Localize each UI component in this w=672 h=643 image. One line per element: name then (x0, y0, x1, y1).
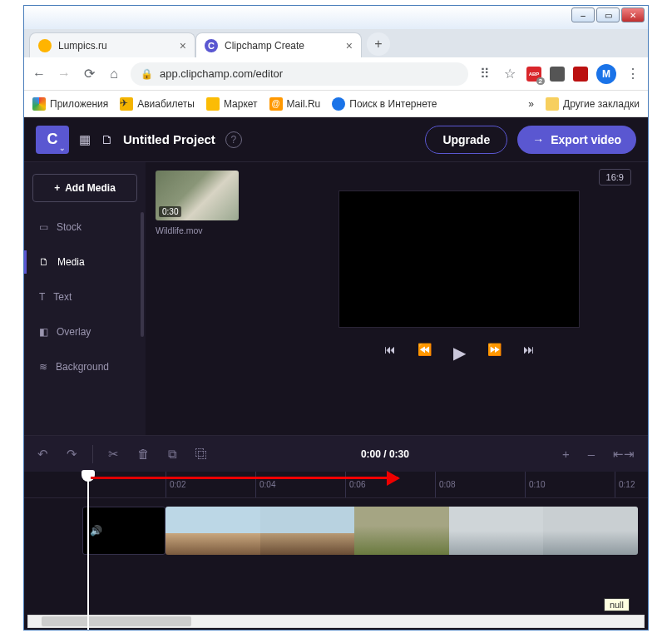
video-preview[interactable] (338, 190, 580, 328)
other-bookmarks[interactable]: Другие закладки (546, 97, 640, 111)
bookmark-item[interactable]: @Mail.Ru (269, 97, 321, 111)
bookmark-item[interactable]: ✈Авиабилеты (120, 97, 195, 111)
favicon-clipchamp-icon: C (205, 39, 218, 52)
help-button[interactable]: ? (225, 131, 242, 148)
new-tab-button[interactable]: + (367, 32, 390, 56)
timeline-ruler[interactable]: 0:02 0:04 0:06 0:08 0:10 0:12 (24, 472, 648, 498)
playhead[interactable] (87, 472, 89, 630)
app-toolbar: C ▦ 🗋 Untitled Project ? Upgrade → Expor… (24, 117, 648, 162)
bookmark-item[interactable]: Поиск в Интернете (332, 97, 437, 111)
apps-icon (32, 97, 46, 111)
clip-duration-badge: 0:30 (159, 206, 181, 217)
file-icon: 🗋 (39, 256, 49, 268)
video-frame-thumbnail (166, 507, 260, 555)
bookmark-star-icon[interactable]: ☆ (502, 66, 518, 82)
layers-icon: ≋ (39, 361, 47, 373)
window-titlebar: – ▭ ✕ (24, 6, 648, 29)
bookmark-item[interactable]: Маркет (206, 97, 258, 111)
rewind-button[interactable]: ⏪ (418, 343, 432, 363)
window-close-button[interactable]: ✕ (621, 7, 645, 22)
app-logo-menu[interactable]: C (36, 126, 69, 154)
video-frame-thumbnail (449, 507, 544, 555)
split-button[interactable]: ✂ (108, 447, 119, 462)
abp-badge: 2 (536, 77, 545, 85)
bookmark-icon (332, 97, 345, 111)
sidebar-item-media[interactable]: 🗋Media (32, 247, 137, 277)
sidebar-item-text[interactable]: TText (32, 282, 137, 312)
project-title[interactable]: Untitled Project (123, 132, 215, 146)
tab-close-icon[interactable]: × (346, 39, 353, 52)
nav-home-button[interactable]: ⌂ (106, 67, 122, 82)
copy-button[interactable]: ⧉ (168, 447, 177, 462)
tab-clipchamp[interactable]: C Clipchamp Create × (195, 32, 362, 57)
tab-close-icon[interactable]: × (180, 39, 186, 52)
timeline-time-display: 0:00 / 0:30 (361, 448, 409, 460)
plus-icon: + (54, 182, 60, 194)
ruler-tick: 0:06 (345, 472, 365, 497)
audio-track-clip[interactable]: 🔊 (82, 507, 166, 555)
zoom-fit-button[interactable]: ⇤⇥ (613, 447, 635, 462)
bookmark-label: Маркет (224, 98, 258, 110)
media-clip-thumbnail[interactable]: 0:30 (156, 171, 239, 220)
video-frame-thumbnail (260, 507, 355, 555)
zoom-out-button[interactable]: – (588, 447, 595, 461)
browser-menu-icon[interactable]: ⋮ (625, 66, 641, 82)
zoom-in-button[interactable]: + (562, 447, 570, 461)
bookmark-apps[interactable]: Приложения (32, 97, 108, 111)
nav-back-button[interactable]: ← (31, 67, 47, 82)
play-button[interactable]: ▶ (453, 343, 466, 363)
sidebar-item-overlay[interactable]: ◧Overlay (32, 317, 137, 347)
translate-icon[interactable]: ⠿ (477, 66, 493, 82)
tab-lumpics[interactable]: Lumpics.ru × (29, 32, 195, 57)
extension-abp-icon[interactable]: ABP2 (526, 67, 541, 82)
ruler-tick: 0:10 (525, 472, 545, 497)
extension-pdf-icon[interactable] (573, 67, 588, 82)
nav-reload-button[interactable]: ⟳ (81, 66, 97, 82)
fast-forward-button[interactable]: ⏩ (487, 343, 502, 363)
arrow-right-icon: → (532, 133, 544, 146)
aspect-ratio-selector[interactable]: 16:9 (599, 169, 631, 185)
skip-start-button[interactable]: ⏮ (384, 343, 396, 363)
sidebar-item-background[interactable]: ≋Background (32, 352, 137, 382)
profile-avatar[interactable]: M (596, 64, 616, 84)
horizontal-scrollbar[interactable] (27, 615, 645, 628)
window-maximize-button[interactable]: ▭ (596, 7, 620, 22)
upgrade-button[interactable]: Upgrade (425, 126, 507, 154)
lock-icon: 🔒 (141, 68, 153, 80)
overlay-icon: ◧ (39, 326, 48, 338)
extension-icon[interactable] (550, 67, 565, 82)
folder-icon (546, 97, 559, 111)
bookmark-label: Авиабилеты (137, 98, 195, 110)
ruler-tick: 0:02 (166, 472, 185, 497)
sidebar-item-label: Media (57, 256, 85, 268)
skip-end-button[interactable]: ⏭ (523, 343, 535, 363)
tooltip: null (604, 598, 630, 611)
delete-button[interactable]: 🗑 (137, 447, 150, 461)
sidebar-scrollbar[interactable] (141, 212, 144, 337)
scrollbar-thumb[interactable] (42, 616, 191, 626)
duplicate-button[interactable]: ⿻ (195, 447, 208, 461)
redo-button[interactable]: ↷ (67, 447, 77, 462)
bookmarks-overflow[interactable]: » (528, 98, 534, 110)
window-minimize-button[interactable]: – (571, 7, 595, 22)
export-label: Export video (551, 133, 621, 146)
ruler-tick: 0:08 (435, 472, 455, 497)
nav-forward-button[interactable]: → (56, 67, 72, 82)
undo-button[interactable]: ↶ (37, 447, 48, 462)
separator (92, 445, 93, 463)
bookmark-icon: @ (269, 97, 283, 111)
sidebar-item-stock[interactable]: ▭Stock (32, 212, 137, 242)
timeline[interactable]: 0:02 0:04 0:06 0:08 0:10 0:12 🔊 (24, 472, 648, 630)
bookmark-label: Mail.Ru (287, 98, 321, 110)
text-icon: T (39, 291, 45, 303)
document-icon[interactable]: 🗋 (101, 132, 113, 146)
url-text: app.clipchamp.com/editor (160, 67, 283, 80)
add-media-button[interactable]: + Add Media (32, 174, 137, 202)
sidebar-item-label: Overlay (57, 326, 91, 338)
address-bar[interactable]: 🔒 app.clipchamp.com/editor (131, 62, 468, 86)
playback-controls: ⏮ ⏪ ▶ ⏩ ⏭ (384, 343, 535, 363)
export-video-button[interactable]: → Export video (517, 126, 636, 154)
video-icon[interactable]: ▦ (79, 132, 91, 147)
video-track-clip[interactable] (166, 507, 638, 555)
favicon-lumpics-icon (38, 39, 52, 52)
